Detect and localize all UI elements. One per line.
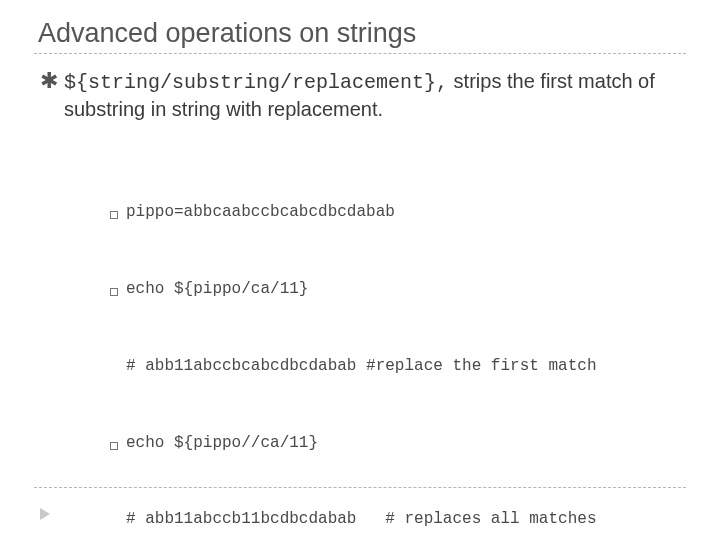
page-title: Advanced operations on strings xyxy=(38,18,686,49)
slide: Advanced operations on strings ✱ ${strin… xyxy=(0,0,720,540)
code-text: # abb11abccb11bcdbcdabab # replaces all … xyxy=(126,507,596,533)
footer-divider xyxy=(34,487,686,488)
content-area: ✱ ${string/substring/replacement}, strip… xyxy=(34,68,686,540)
checkbox-icon xyxy=(110,277,126,303)
code-text: echo ${pippo/ca/11} xyxy=(126,277,308,303)
checkbox-icon xyxy=(110,431,126,457)
title-divider xyxy=(34,53,686,54)
code-gutter xyxy=(110,507,126,533)
code-block: pippo=abbcaabccbcabcdbcdabab echo ${pipp… xyxy=(110,149,686,540)
bullet-code: ${string/substring/replacement}, xyxy=(64,71,448,94)
bullet-item: ✱ ${string/substring/replacement}, strip… xyxy=(40,68,686,123)
code-line: echo ${pippo/ca/11} xyxy=(110,277,686,303)
arrow-right-icon xyxy=(40,508,50,520)
code-line: pippo=abbcaabccbcabcdbcdabab xyxy=(110,200,686,226)
code-gutter xyxy=(110,354,126,380)
code-text: # abb11abccbcabcdbcdabab #replace the fi… xyxy=(126,354,596,380)
code-line: echo ${pippo//ca/11} xyxy=(110,431,686,457)
code-line: # abb11abccb11bcdbcdabab # replaces all … xyxy=(110,507,686,533)
code-line: # abb11abccbcabcdbcdabab #replace the fi… xyxy=(110,354,686,380)
code-text: pippo=abbcaabccbcabcdbcdabab xyxy=(126,200,395,226)
bullet-marker-icon: ✱ xyxy=(40,66,58,96)
checkbox-icon xyxy=(110,200,126,226)
code-text: echo ${pippo//ca/11} xyxy=(126,431,318,457)
bullet-text: ${string/substring/replacement}, strips … xyxy=(64,68,686,123)
